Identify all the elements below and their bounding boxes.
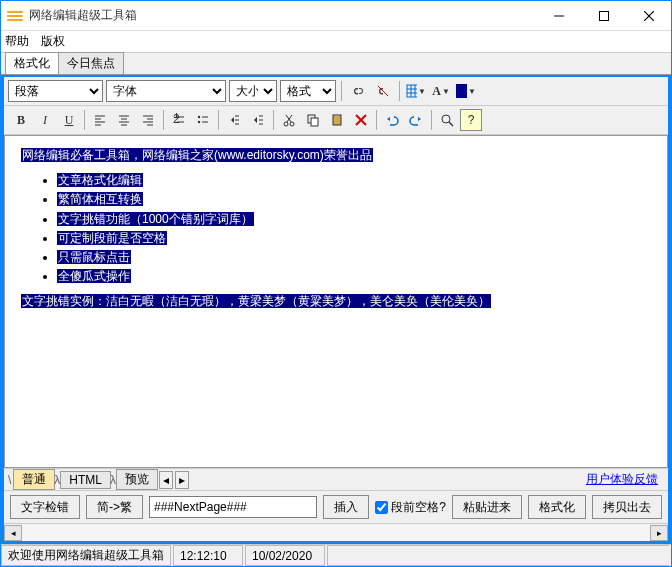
scroll-left-icon[interactable]: ◂ xyxy=(4,525,22,541)
indent-icon[interactable] xyxy=(247,109,269,131)
size-select[interactable]: 大小 xyxy=(229,80,277,102)
bold-button[interactable]: B xyxy=(10,109,32,131)
cut-icon[interactable] xyxy=(278,109,300,131)
toolbar-formatting: 段落 字体 大小 格式 ▼ A▼ ▼ xyxy=(4,77,668,106)
horizontal-scrollbar[interactable]: ◂ ▸ xyxy=(4,523,668,541)
svg-text:2: 2 xyxy=(173,113,180,126)
close-button[interactable] xyxy=(626,1,671,30)
svg-text:1: 1 xyxy=(173,113,180,121)
delete-icon[interactable] xyxy=(350,109,372,131)
ordered-list-icon[interactable]: 12 xyxy=(168,109,190,131)
simp-to-trad-button[interactable]: 简->繁 xyxy=(86,495,143,519)
align-center-icon[interactable] xyxy=(113,109,135,131)
list-item: 可定制段前是否空格 xyxy=(57,231,167,245)
align-left-icon[interactable] xyxy=(89,109,111,131)
copy-icon[interactable] xyxy=(302,109,324,131)
font-select[interactable]: 字体 xyxy=(106,80,226,102)
svg-line-4 xyxy=(378,86,388,96)
statusbar: 欢迎使用网络编辑超级工具箱 12:12:10 10/02/2020 xyxy=(1,544,671,566)
svg-rect-40 xyxy=(308,115,315,123)
tab-format[interactable]: 格式化 xyxy=(5,52,59,74)
menubar: 帮助 版权 xyxy=(1,31,671,53)
feature-list: 文章格式化编辑 繁简体相互转换 文字挑错功能（1000个错别字词库） 可定制段前… xyxy=(57,171,651,286)
table-icon[interactable]: ▼ xyxy=(405,80,427,102)
list-item: 只需鼠标点击 xyxy=(57,250,131,264)
scroll-right-icon[interactable]: ▸ xyxy=(650,525,668,541)
svg-line-44 xyxy=(356,115,366,125)
format-button[interactable]: 格式化 xyxy=(528,495,586,519)
unlink-icon[interactable] xyxy=(372,80,394,102)
undo-icon[interactable] xyxy=(381,109,403,131)
list-item: 全傻瓜式操作 xyxy=(57,269,131,283)
list-item: 繁简体相互转换 xyxy=(57,192,143,206)
maximize-button[interactable] xyxy=(581,1,626,30)
svg-line-47 xyxy=(449,122,453,126)
minimize-button[interactable] xyxy=(536,1,581,30)
tab-preview[interactable]: 预览 xyxy=(116,469,158,490)
align-right-icon[interactable] xyxy=(137,109,159,131)
view-tabs: \ 普通 λ HTML λ 预览 ◂ ▸ 用户体验反馈 xyxy=(4,468,668,490)
outdent-icon[interactable] xyxy=(223,109,245,131)
menu-help[interactable]: 帮助 xyxy=(5,33,29,50)
underline-button[interactable]: U xyxy=(58,109,80,131)
tab-normal[interactable]: 普通 xyxy=(13,469,55,490)
svg-line-39 xyxy=(286,115,291,122)
tab-today[interactable]: 今日焦点 xyxy=(58,52,124,74)
toolbar-edit: B I U 12 ? xyxy=(4,106,668,135)
status-date: 10/02/2020 xyxy=(245,545,325,566)
link-icon[interactable] xyxy=(347,80,369,102)
tab-html[interactable]: HTML xyxy=(60,471,111,489)
svg-rect-5 xyxy=(407,85,417,97)
insert-button[interactable]: 插入 xyxy=(323,495,369,519)
paragraph-select[interactable]: 段落 xyxy=(8,80,103,102)
content-example: 文字挑错实例：洁白无暇（洁白无瑕），黄梁美梦（黄粱美梦），美仑美奂（美伦美奂） xyxy=(21,294,491,308)
window-title: 网络编辑超级工具箱 xyxy=(29,7,536,24)
svg-point-26 xyxy=(198,116,200,118)
find-icon[interactable] xyxy=(436,109,458,131)
svg-line-45 xyxy=(356,115,366,125)
svg-rect-42 xyxy=(333,115,341,125)
status-time: 12:12:10 xyxy=(173,545,243,566)
redo-icon[interactable] xyxy=(405,109,427,131)
tab-nav-right-icon[interactable]: ▸ xyxy=(175,471,189,489)
unordered-list-icon[interactable] xyxy=(192,109,214,131)
editor-area[interactable]: 网络编辑必备工具箱，网络编辑之家(www.editorsky.com)荣誉出品 … xyxy=(4,135,668,468)
svg-point-36 xyxy=(284,122,288,126)
titlebar: 网络编辑超级工具箱 xyxy=(1,1,671,31)
menu-copyright[interactable]: 版权 xyxy=(41,33,65,50)
svg-point-27 xyxy=(198,121,200,123)
list-item: 文章格式化编辑 xyxy=(57,173,143,187)
copy-out-button[interactable]: 拷贝出去 xyxy=(592,495,662,519)
action-bar: 文字检错 简->繁 插入 段前空格? 粘贴进来 格式化 拷贝出去 xyxy=(4,490,668,523)
help-icon[interactable]: ? xyxy=(460,109,482,131)
svg-rect-1 xyxy=(599,11,608,20)
font-color-icon[interactable]: A▼ xyxy=(430,80,452,102)
feedback-link[interactable]: 用户体验反馈 xyxy=(586,471,658,488)
status-message: 欢迎使用网络编辑超级工具箱 xyxy=(1,545,171,566)
svg-rect-41 xyxy=(311,118,318,126)
check-errors-button[interactable]: 文字检错 xyxy=(10,495,80,519)
nextpage-input[interactable] xyxy=(149,496,317,518)
svg-line-38 xyxy=(287,115,292,122)
svg-point-46 xyxy=(442,115,450,123)
app-icon xyxy=(7,8,23,24)
highlight-color-icon[interactable]: ▼ xyxy=(455,80,477,102)
paste-icon[interactable] xyxy=(326,109,348,131)
tab-nav-left-icon[interactable]: ◂ xyxy=(159,471,173,489)
top-tabs: 格式化 今日焦点 xyxy=(1,53,671,75)
list-item: 文字挑错功能（1000个错别字词库） xyxy=(57,212,254,226)
svg-point-37 xyxy=(290,122,294,126)
spacing-checkbox[interactable]: 段前空格? xyxy=(375,499,446,516)
italic-button[interactable]: I xyxy=(34,109,56,131)
paste-in-button[interactable]: 粘贴进来 xyxy=(452,495,522,519)
format-select[interactable]: 格式 xyxy=(280,80,336,102)
svg-rect-43 xyxy=(335,114,339,116)
content-intro: 网络编辑必备工具箱，网络编辑之家(www.editorsky.com)荣誉出品 xyxy=(21,148,373,162)
